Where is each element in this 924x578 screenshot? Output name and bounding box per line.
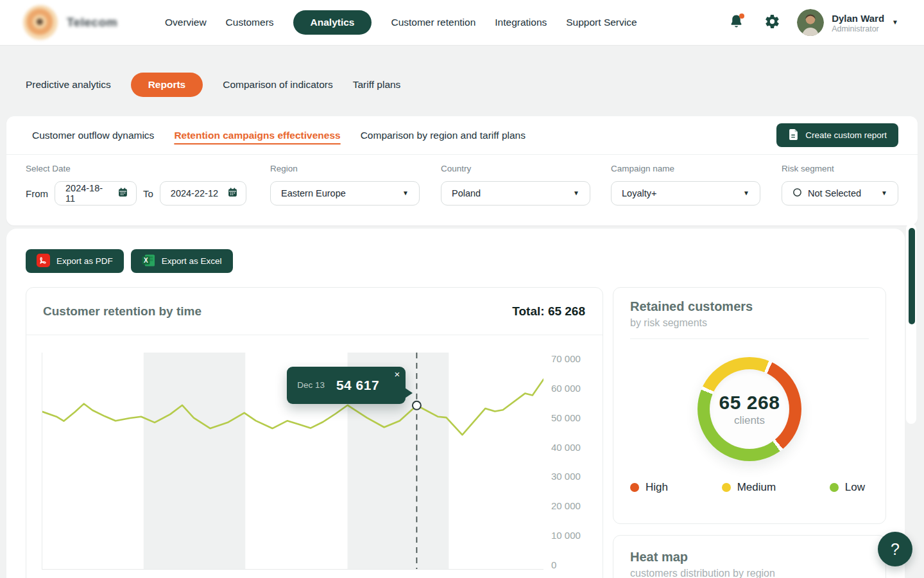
filter-select-date: Select Date From 2024-18-11 To 2024-22-1… xyxy=(26,164,246,206)
region-select[interactable]: Eastern Europe ▼ xyxy=(270,181,420,206)
chevron-down-icon: ▼ xyxy=(743,190,749,197)
top-nav-bar: Telecom Overview Customers Analytics Cus… xyxy=(0,0,924,46)
country-select[interactable]: Poland ▼ xyxy=(441,181,590,206)
export-excel-label: Export as Excel xyxy=(162,256,222,266)
total-label: Total: xyxy=(512,304,544,318)
y-tick-label: 20 000 xyxy=(551,500,581,511)
y-tick-label: 60 000 xyxy=(551,383,581,394)
filter-region: Region Eastern Europe ▼ xyxy=(270,164,420,206)
y-tick-label: 0 xyxy=(551,559,556,570)
date-from-input[interactable]: 2024-18-11 xyxy=(55,181,137,206)
risk-segment-select[interactable]: Not Selected ▼ xyxy=(782,181,898,206)
legend-item-high: High xyxy=(630,481,668,494)
retention-by-time-card: Customer retention by time Total: 65 268… xyxy=(26,287,603,578)
y-tick-label: 30 000 xyxy=(551,471,581,482)
total-value: 65 268 xyxy=(548,304,585,318)
risk-segment-value: Not Selected xyxy=(808,188,861,198)
calendar-icon[interactable] xyxy=(117,187,128,200)
region-value: Eastern Europe xyxy=(281,188,346,198)
tooltip-date: Dec 13 xyxy=(297,380,325,390)
retained-customers-card: Retained customers by risk segments 65 2… xyxy=(613,287,886,524)
country-label: Country xyxy=(441,164,590,173)
settings-button[interactable] xyxy=(761,12,783,33)
brand-name: Telecom xyxy=(67,15,117,30)
date-to-value: 2024-22-12 xyxy=(171,188,218,198)
calendar-icon[interactable] xyxy=(227,187,238,200)
tab-tariff-plans[interactable]: Tariff plans xyxy=(353,79,401,91)
filter-campaign-name: Campaign name Loyalty+ ▼ xyxy=(611,164,760,206)
date-to-input[interactable]: 2024-22-12 xyxy=(160,181,246,206)
line-chart-plot[interactable]: 010 00020 00030 00040 00050 00060 00070 … xyxy=(42,353,543,570)
chart-title: Customer retention by time xyxy=(43,304,201,319)
nav-item-customer-retention[interactable]: Customer retention xyxy=(391,17,475,28)
nav-item-support-service[interactable]: Support Service xyxy=(566,17,637,28)
chevron-down-icon: ▼ xyxy=(573,190,579,197)
nav-item-overview[interactable]: Overview xyxy=(165,17,207,28)
nav-actions: Dylan Ward Administrator ▼ xyxy=(725,9,898,36)
donut-center-label: clients xyxy=(734,414,765,427)
chart-total: Total: 65 268 xyxy=(512,304,585,319)
chevron-down-icon: ▼ xyxy=(892,19,898,26)
y-tick-label: 10 000 xyxy=(551,530,581,541)
help-button[interactable]: ? xyxy=(878,532,912,566)
report-panel: Customer outflow dynamics Retention camp… xyxy=(6,116,918,225)
chevron-down-icon: ▼ xyxy=(881,190,887,197)
campaign-value: Loyalty+ xyxy=(622,188,656,198)
tooltip-value: 54 617 xyxy=(336,378,379,393)
date-from-value: 2024-18-11 xyxy=(65,183,111,204)
nav-item-analytics[interactable]: Analytics xyxy=(293,10,372,35)
create-custom-report-button[interactable]: Create custom report xyxy=(776,123,898,147)
nav-item-integrations[interactable]: Integrations xyxy=(495,17,547,28)
y-tick-label: 50 000 xyxy=(551,412,581,423)
brand: Telecom xyxy=(23,5,165,40)
user-role: Administrator xyxy=(832,24,884,33)
y-tick-label: 70 000 xyxy=(551,353,581,364)
tab-reports[interactable]: Reports xyxy=(131,73,203,97)
chart-tooltip: Dec 13 54 617 × xyxy=(287,367,406,404)
risk-legend: High Medium Low xyxy=(613,481,886,494)
user-menu[interactable]: Dylan Ward Administrator ▼ xyxy=(797,9,898,36)
campaign-name-label: Campaign name xyxy=(611,164,760,173)
export-pdf-label: Export as PDF xyxy=(56,256,113,266)
subtab-customer-outflow-dynamics[interactable]: Customer outflow dynamics xyxy=(32,130,154,141)
chevron-down-icon: ▼ xyxy=(402,190,409,197)
export-excel-button[interactable]: X Export as Excel xyxy=(131,249,233,273)
report-subtabs: Customer outflow dynamics Retention camp… xyxy=(6,116,918,155)
donut-card-title: Retained customers xyxy=(630,299,869,314)
heat-map-subtitle: customers distribution by region xyxy=(630,568,869,578)
main-nav: Overview Customers Analytics Customer re… xyxy=(165,10,637,35)
legend-dot-low xyxy=(830,483,839,492)
scrollbar-track[interactable] xyxy=(906,223,916,424)
create-custom-report-label: Create custom report xyxy=(805,130,887,140)
from-label: From xyxy=(26,188,48,199)
risk-segment-label: Risk segment xyxy=(782,164,898,173)
heat-map-card: Heat map customers distribution by regio… xyxy=(613,535,886,578)
pdf-badge-icon xyxy=(37,254,50,269)
campaign-select[interactable]: Loyalty+ ▼ xyxy=(611,181,760,206)
risk-donut-chart: 65 268 clients xyxy=(697,357,801,461)
export-pdf-button[interactable]: Export as PDF xyxy=(26,249,124,273)
tooltip-close-button[interactable]: × xyxy=(394,369,400,379)
legend-label-high: High xyxy=(646,481,668,494)
subtab-comparison-by-region[interactable]: Comparison by region and tariff plans xyxy=(361,130,526,141)
nav-item-customers[interactable]: Customers xyxy=(226,17,274,28)
subtab-retention-campaigns-effectiveness[interactable]: Retention campaigns effectiveness xyxy=(174,130,340,141)
scrollbar-thumb[interactable] xyxy=(909,228,915,324)
region-label: Region xyxy=(270,164,420,173)
legend-item-medium: Medium xyxy=(722,481,776,494)
select-date-label: Select Date xyxy=(26,164,246,173)
filter-risk-segment: Risk segment Not Selected ▼ xyxy=(782,164,898,206)
right-column: Retained customers by risk segments 65 2… xyxy=(613,287,886,578)
filter-country: Country Poland ▼ xyxy=(441,164,590,206)
y-tick-label: 40 000 xyxy=(551,442,581,453)
donut-center-value: 65 268 xyxy=(719,392,780,414)
tab-comparison-of-indicators[interactable]: Comparison of indicators xyxy=(223,79,332,91)
tab-predictive-analytics[interactable]: Predictive analytics xyxy=(26,79,111,91)
country-value: Poland xyxy=(452,188,481,198)
report-content: Export as PDF X Export as Excel Customer… xyxy=(6,229,905,578)
notifications-button[interactable] xyxy=(725,12,747,33)
gear-icon xyxy=(764,13,780,31)
y-axis-ticks: 010 00020 00030 00040 00050 00060 00070 … xyxy=(551,353,603,570)
tooltip-arrow xyxy=(405,388,413,398)
circle-outline-icon xyxy=(792,188,802,199)
